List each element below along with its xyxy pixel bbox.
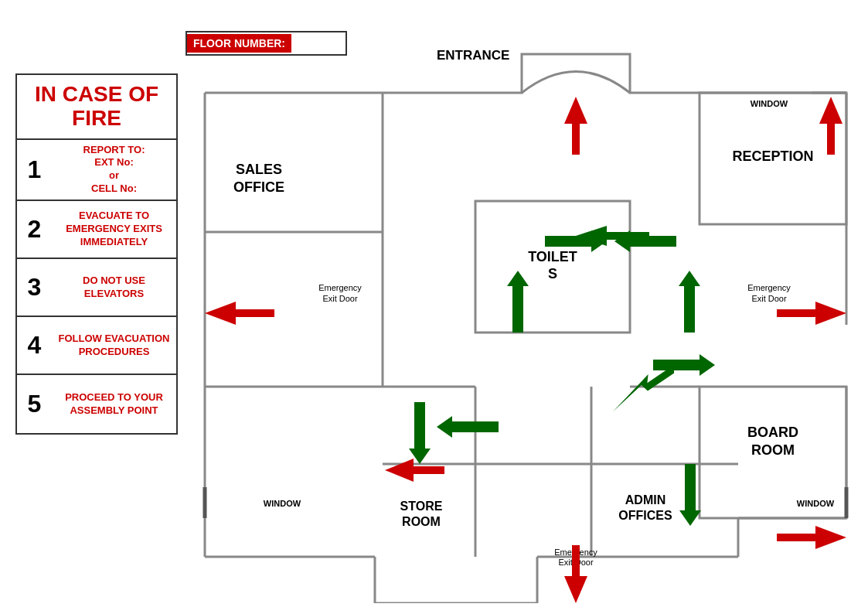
step-5-text: PROCEED TO YOUR ASSEMBLY POINT [52, 387, 176, 421]
left-panel: IN CASE OF FIRE 1 REPORT TO:EXT No:orCEL… [15, 73, 178, 435]
in-case-of-fire-title: IN CASE OF FIRE [35, 82, 158, 130]
step-4-number: 4 [17, 327, 52, 363]
step-2-text: EVACUATE TO EMERGENCY EXITS IMMEDIATELY [52, 206, 176, 253]
red-arrow-entrance [564, 97, 587, 155]
window-top-label: WINDOW [751, 99, 788, 108]
reception-label: RECEPTION [732, 148, 813, 164]
step-4-text: FOLLOW EVACUATION PROCEDURES [52, 329, 176, 363]
toilet-label2: S [548, 266, 557, 281]
green-arrow-up-right [679, 271, 700, 333]
emergency-exit-right-label: Emergency [747, 283, 791, 292]
step-1-number: 1 [17, 152, 52, 188]
title-box: IN CASE OF FIRE [17, 75, 176, 140]
window-left-label: WINDOW [264, 499, 301, 508]
sales-office-label2: OFFICE [233, 179, 284, 195]
red-arrow-exit-right [777, 302, 846, 325]
red-arrow-exit-left [205, 302, 274, 325]
step-5-row: 5 PROCEED TO YOUR ASSEMBLY POINT [17, 375, 176, 433]
step-3-number: 3 [17, 269, 52, 305]
board-room-label2: ROOM [751, 442, 795, 458]
step-3-text: DO NOT USE ELEVATORS [52, 271, 176, 305]
red-arrow-step4 [385, 459, 444, 482]
red-arrow-top-right [819, 97, 842, 155]
step-1-text: REPORT TO:EXT No:orCELL No: [52, 140, 176, 200]
green-arrow-down-right [679, 464, 701, 526]
green-arrow-right-lower [653, 354, 715, 376]
admin-offices-label2: OFFICES [618, 509, 672, 522]
green-arrow-down-left [409, 402, 431, 464]
window-right-label: WINDOW [797, 499, 835, 508]
emergency-exit-left-label2: Exit Door [322, 294, 358, 303]
step-1-row: 1 REPORT TO:EXT No:orCELL No: [17, 140, 176, 202]
step-3-row: 3 DO NOT USE ELEVATORS [17, 259, 176, 317]
toilet-label: TOILET [528, 249, 577, 264]
red-arrow-bottom-right [777, 526, 846, 549]
store-room-label2: ROOM [402, 515, 441, 528]
emergency-exit-right-label2: Exit Door [751, 294, 787, 303]
sales-office-label: SALES [236, 162, 282, 177]
step-2-row: 2 EVACUATE TO EMERGENCY EXITS IMMEDIATEL… [17, 201, 176, 259]
board-room-label: BOARD [747, 425, 798, 440]
admin-offices-label: ADMIN [625, 493, 665, 507]
green-arrow-left-lower [437, 416, 499, 438]
floor-plan: SALES OFFICE TOILET S RECEPTION BOARD RO… [197, 46, 854, 603]
store-room-label: STORE [400, 500, 443, 513]
green-arrow-diagonal [604, 365, 682, 412]
step-2-number: 2 [17, 211, 52, 247]
step-4-row: 4 FOLLOW EVACUATION PROCEDURES [17, 317, 176, 375]
step-5-number: 5 [17, 386, 52, 422]
emergency-exit-left-label: Emergency [318, 283, 362, 292]
green-arrow-up-toilet [507, 271, 529, 333]
